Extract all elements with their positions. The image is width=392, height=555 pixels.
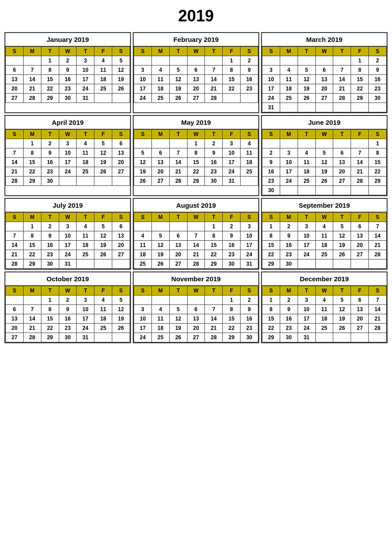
calendar-day: 4 xyxy=(134,231,152,241)
calendar-day: 18 xyxy=(77,158,94,167)
calendar-day: 25 xyxy=(77,250,94,259)
calendar-day xyxy=(169,296,187,305)
calendar-day: 7 xyxy=(6,231,24,241)
calendar-day xyxy=(351,139,369,148)
calendar-day: 22 xyxy=(205,250,223,259)
month-title: July 2019 xyxy=(5,199,130,212)
calendar-day xyxy=(77,177,94,186)
calendar-day: 18 xyxy=(151,324,169,333)
calendar-day: 15 xyxy=(262,314,280,324)
calendar-day: 26 xyxy=(169,333,187,342)
calendar-day: 5 xyxy=(112,296,130,305)
weekday-header: S xyxy=(262,286,280,296)
calendar-day: 29 xyxy=(23,177,41,186)
calendar-day: 30 xyxy=(205,177,223,186)
calendar-day: 6 xyxy=(112,222,130,231)
calendar-day: 12 xyxy=(169,314,187,324)
weekday-header: S xyxy=(6,213,24,222)
weekday-header: W xyxy=(59,130,77,139)
calendar-day xyxy=(333,56,351,66)
calendar-day: 10 xyxy=(134,314,152,324)
calendar-day: 20 xyxy=(333,167,351,177)
calendar-day: 7 xyxy=(23,305,41,314)
month-title: January 2019 xyxy=(5,33,130,46)
calendar-day: 11 xyxy=(94,66,112,75)
calendar-day: 4 xyxy=(94,56,112,66)
weekday-header: T xyxy=(41,47,59,56)
calendar-day: 20 xyxy=(187,324,205,333)
calendar-day: 29 xyxy=(351,94,369,103)
calendar-day: 13 xyxy=(6,314,24,324)
calendar-day: 31 xyxy=(223,177,241,186)
calendar-day: 1 xyxy=(369,139,387,148)
month-table: SMTWTFS123456789101112131415161718192021… xyxy=(134,212,258,269)
calendar-day xyxy=(6,222,24,231)
calendar-day: 30 xyxy=(59,333,77,342)
calendar-day xyxy=(6,296,24,305)
calendar-day: 26 xyxy=(333,250,351,259)
calendar-day: 30 xyxy=(59,94,77,103)
calendar-day: 14 xyxy=(23,314,41,324)
calendar-day: 5 xyxy=(151,231,169,241)
weekday-header: S xyxy=(134,286,152,296)
calendar-day: 11 xyxy=(134,241,152,250)
weekday-header: T xyxy=(333,286,351,296)
calendar-day xyxy=(205,56,223,66)
calendar-day xyxy=(369,186,387,195)
calendar-day: 17 xyxy=(59,158,77,167)
calendar-day: 19 xyxy=(112,75,130,84)
calendar-day: 2 xyxy=(241,56,258,66)
calendar-day: 26 xyxy=(315,177,333,186)
calendar-day: 27 xyxy=(151,177,169,186)
calendar-day: 2 xyxy=(205,139,223,148)
calendar-day: 2 xyxy=(59,296,77,305)
calendar-day: 8 xyxy=(351,66,369,75)
month-block: May 2019SMTWTFS1234567891011121314151617… xyxy=(133,115,259,196)
calendar-day xyxy=(369,259,387,269)
weekday-header: T xyxy=(41,286,59,296)
weekday-header: S xyxy=(241,130,258,139)
calendar-day: 3 xyxy=(223,139,241,148)
weekday-header: M xyxy=(151,286,169,296)
calendar-day: 3 xyxy=(298,222,315,231)
calendar-day: 19 xyxy=(94,241,112,250)
calendar-day: 2 xyxy=(262,148,280,158)
calendar-day xyxy=(187,296,205,305)
calendar-day: 2 xyxy=(41,222,59,231)
calendar-day: 13 xyxy=(187,75,205,84)
calendar-day: 2 xyxy=(41,139,59,148)
calendar-day: 15 xyxy=(41,75,59,84)
weekday-header: M xyxy=(23,47,41,56)
calendar-day: 9 xyxy=(262,158,280,167)
calendar-day: 14 xyxy=(169,158,187,167)
calendar-day xyxy=(94,259,112,269)
calendar-day: 6 xyxy=(112,139,130,148)
weekday-header: T xyxy=(169,213,187,222)
calendar-day: 21 xyxy=(369,241,387,250)
calendar-day: 26 xyxy=(94,167,112,177)
calendar-day: 30 xyxy=(41,259,59,269)
calendar-day: 7 xyxy=(6,148,24,158)
calendar-day: 7 xyxy=(351,148,369,158)
calendar-day: 8 xyxy=(223,66,241,75)
weekday-header: T xyxy=(169,130,187,139)
month-title: September 2019 xyxy=(262,199,387,212)
calendar-day: 17 xyxy=(223,158,241,167)
calendar-day: 3 xyxy=(134,305,152,314)
calendar-day xyxy=(112,177,130,186)
calendar-day: 27 xyxy=(169,259,187,269)
month-block: January 2019SMTWTFS123456789101112131415… xyxy=(4,32,131,113)
calendar-day: 15 xyxy=(223,314,241,324)
calendar-day: 19 xyxy=(333,241,351,250)
weekday-header: M xyxy=(151,130,169,139)
calendar-day: 5 xyxy=(333,222,351,231)
calendar-day xyxy=(169,222,187,231)
calendar-day: 14 xyxy=(6,158,24,167)
calendar-day: 1 xyxy=(205,222,223,231)
weekday-header: S xyxy=(112,130,130,139)
weekday-header: S xyxy=(6,286,24,296)
month-table: SMTWTFS123456789101112131415161718192021… xyxy=(134,286,258,342)
calendar-day: 18 xyxy=(94,314,112,324)
calendar-day: 12 xyxy=(112,305,130,314)
calendar-day xyxy=(134,56,152,66)
